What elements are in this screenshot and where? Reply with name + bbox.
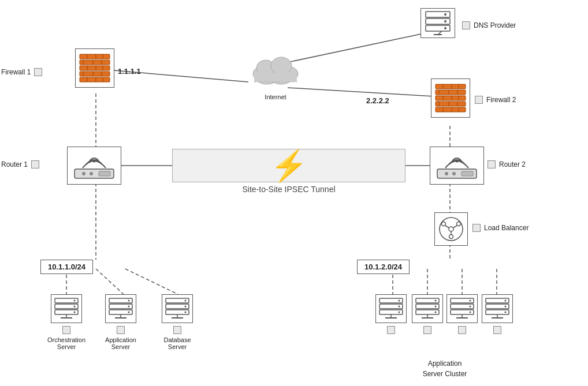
app1-checkbox[interactable]	[117, 326, 125, 334]
svg-point-86	[457, 222, 461, 226]
orch-checkbox[interactable]	[62, 326, 70, 334]
firewall2-node	[431, 78, 470, 118]
svg-point-76	[90, 172, 93, 175]
cluster-label-group: Application Server Cluster	[370, 358, 520, 378]
svg-point-104	[128, 300, 130, 302]
r2-label-group: Router 2	[487, 160, 526, 168]
cs3-icon	[449, 297, 475, 320]
svg-point-22	[271, 57, 292, 74]
svg-line-89	[453, 226, 457, 228]
app1-server-icon	[108, 297, 133, 320]
network-diagram: Internet DNS Provider	[0, 0, 588, 386]
r1-label: Router 1	[1, 160, 28, 168]
svg-line-1	[288, 31, 434, 62]
orch-box	[51, 294, 82, 323]
svg-rect-55	[436, 96, 466, 100]
fw1-label: Firewall 1	[1, 68, 31, 76]
svg-line-11	[96, 269, 124, 294]
database-node: Database Server	[162, 294, 193, 350]
svg-point-113	[185, 306, 187, 308]
dns-label-group: DNS Provider	[462, 21, 516, 29]
svg-point-136	[470, 300, 471, 302]
firewall1-icon	[79, 53, 111, 83]
fw1-checkbox[interactable]	[34, 68, 42, 76]
cs4-icon	[485, 297, 510, 320]
svg-rect-33	[80, 54, 110, 59]
cluster-server2	[412, 294, 443, 334]
svg-rect-35	[80, 66, 110, 70]
router2-box	[430, 147, 484, 185]
lb-label-group: Load Balancer	[472, 224, 529, 232]
svg-rect-82	[462, 171, 473, 176]
svg-point-138	[470, 312, 471, 313]
svg-point-75	[82, 172, 85, 175]
app1-box	[105, 294, 136, 323]
svg-rect-37	[80, 77, 110, 82]
svg-point-84	[449, 227, 453, 231]
lb-box	[434, 212, 468, 246]
cluster-server1	[375, 294, 407, 334]
dns-label: DNS Provider	[474, 21, 516, 29]
r1-checkbox[interactable]	[31, 160, 39, 168]
lb-node	[434, 212, 468, 246]
lb-label: Load Balancer	[484, 224, 529, 232]
fw2-label: Firewall 2	[486, 96, 516, 104]
svg-point-73	[93, 160, 96, 163]
fw1-ip-label: 1.1.1.1	[118, 67, 141, 76]
lb-checkbox[interactable]	[472, 224, 481, 232]
tunnel-box: ⚡	[172, 149, 405, 182]
svg-rect-57	[436, 107, 466, 112]
svg-point-122	[399, 312, 400, 313]
r2-label: Router 2	[499, 160, 526, 168]
subnet1-box: 10.1.1.0/24	[40, 260, 93, 274]
cs2-checkbox[interactable]	[423, 326, 431, 334]
cs3-checkbox[interactable]	[458, 326, 466, 334]
cs4-checkbox[interactable]	[493, 326, 501, 334]
cloud-icon	[250, 51, 302, 91]
cs1-box	[375, 294, 407, 323]
svg-rect-34	[80, 60, 110, 65]
r2-checkbox[interactable]	[487, 160, 496, 168]
svg-point-81	[452, 172, 456, 175]
svg-point-85	[442, 222, 446, 226]
lightning-icon: ⚡	[270, 151, 308, 181]
router2-icon	[434, 149, 480, 182]
fw2-label-group: Firewall 2	[475, 96, 516, 104]
orch-server-icon	[54, 297, 79, 320]
fw2-ip: 2.2.2.2	[366, 95, 389, 106]
cs3-box	[446, 294, 478, 323]
orch-label: Orchestration Server	[47, 336, 85, 350]
firewall2-icon	[434, 83, 467, 113]
svg-rect-23	[254, 73, 297, 82]
svg-line-88	[445, 226, 449, 228]
fw1-label-group: Firewall 1	[1, 68, 42, 76]
svg-point-80	[445, 172, 448, 175]
svg-rect-36	[80, 72, 110, 76]
firewall1-node	[75, 48, 114, 88]
fw2-checkbox[interactable]	[475, 96, 483, 104]
svg-point-105	[128, 306, 130, 308]
dns-node	[420, 8, 455, 38]
dns-checkbox[interactable]	[462, 21, 470, 29]
cs2-icon	[415, 297, 440, 320]
svg-point-144	[505, 300, 507, 302]
router1-box	[67, 147, 121, 185]
svg-point-96	[74, 300, 76, 302]
cs2-box	[412, 294, 443, 323]
dns-server-icon	[423, 10, 452, 36]
appserver1-node: Application Server	[105, 294, 136, 350]
svg-point-78	[456, 160, 459, 163]
cs4-box	[482, 294, 513, 323]
db-checkbox[interactable]	[173, 326, 181, 334]
fw1-ip: 1.1.1.1	[118, 66, 141, 76]
svg-rect-56	[436, 102, 466, 106]
dns-box	[420, 8, 455, 38]
orchestration-node: Orchestration Server	[47, 294, 85, 350]
db-server-icon	[165, 297, 190, 320]
svg-point-145	[505, 306, 507, 308]
svg-line-12	[125, 269, 178, 294]
app1-label: Application Server	[105, 336, 136, 350]
svg-point-129	[435, 306, 437, 308]
cs1-checkbox[interactable]	[387, 326, 395, 334]
r1-label-group: Router 1	[1, 160, 39, 168]
